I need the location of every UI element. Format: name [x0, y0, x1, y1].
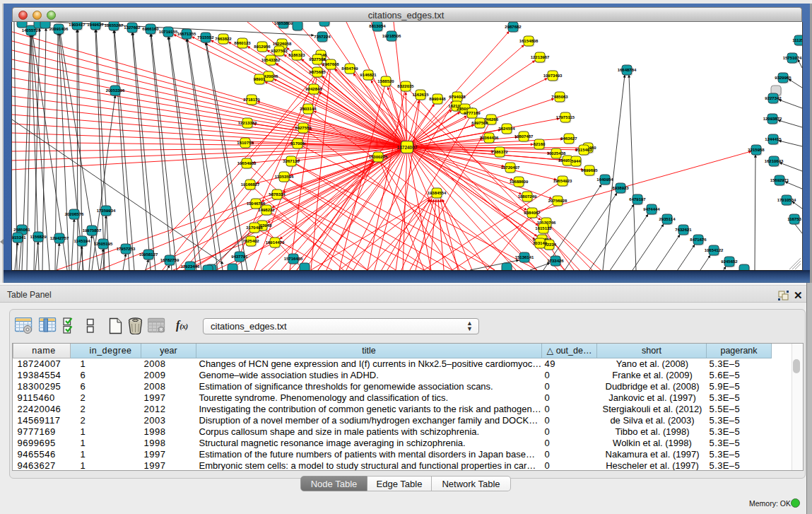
svg-text:116753: 116753	[787, 217, 801, 221]
svg-text:9146821: 9146821	[360, 73, 377, 77]
svg-text:9384067: 9384067	[524, 211, 541, 215]
svg-text:8660123: 8660123	[234, 41, 251, 45]
svg-text:9437791: 9437791	[231, 255, 248, 259]
svg-text:7386372: 7386372	[491, 150, 508, 154]
svg-text:12213967: 12213967	[531, 55, 550, 59]
svg-text:19166827: 19166827	[241, 182, 260, 187]
svg-text:9329965: 9329965	[775, 76, 792, 80]
svg-text:20091406: 20091406	[49, 27, 69, 31]
svg-text:10958127: 10958127	[139, 252, 158, 257]
svg-text:7663822: 7663822	[215, 37, 232, 41]
svg-text:12505195: 12505195	[94, 242, 113, 246]
svg-text:10655267: 10655267	[105, 23, 124, 28]
svg-text:17359934: 17359934	[97, 209, 116, 213]
svg-text:15300275: 15300275	[369, 155, 388, 159]
svg-text:8427552: 8427552	[295, 126, 312, 130]
svg-text:16914479: 16914479	[266, 240, 285, 245]
svg-text:9875685: 9875685	[309, 70, 326, 74]
svg-text:1145194: 1145194	[73, 239, 90, 243]
svg-text:7357224: 7357224	[314, 35, 331, 39]
svg-text:3624554: 3624554	[498, 127, 515, 131]
svg-text:17957253: 17957253	[117, 247, 136, 251]
svg-text:1615132: 1615132	[535, 226, 552, 230]
svg-text:18807249: 18807249	[518, 194, 537, 199]
svg-text:9463627: 9463627	[560, 136, 577, 141]
svg-text:1588520: 1588520	[377, 79, 394, 83]
svg-text:8322035: 8322035	[397, 84, 414, 88]
svg-text:7515552: 7515552	[197, 35, 214, 40]
svg-text:3267130: 3267130	[283, 159, 300, 163]
svg-text:15751074: 15751074	[783, 56, 802, 60]
svg-text:12942757: 12942757	[50, 236, 69, 240]
svg-text:98901: 98901	[254, 77, 266, 81]
svg-text:8912956: 8912956	[254, 45, 271, 49]
svg-text:20053396: 20053396	[106, 88, 125, 93]
svg-text:7485063: 7485063	[551, 95, 568, 99]
svg-text:8186323: 8186323	[288, 53, 305, 57]
svg-text:9242848: 9242848	[305, 87, 322, 91]
svg-text:10807487: 10807487	[514, 134, 534, 139]
svg-text:1327602: 1327602	[124, 25, 141, 30]
svg-text:1640954: 1640954	[596, 177, 613, 182]
svg-text:111256: 111256	[792, 38, 802, 42]
svg-text:2585061: 2585061	[13, 228, 30, 232]
svg-text:9474444: 9474444	[643, 207, 660, 211]
svg-text:19654923: 19654923	[553, 179, 572, 183]
svg-text:9777169: 9777169	[464, 111, 481, 115]
svg-text:2115403: 2115403	[575, 148, 592, 152]
svg-text:7625402: 7625402	[242, 239, 259, 243]
svg-text:1610755: 1610755	[237, 141, 254, 145]
svg-text:8471676: 8471676	[690, 238, 707, 242]
svg-text:6479197: 6479197	[629, 197, 646, 201]
svg-text:20756928: 20756928	[548, 199, 567, 203]
svg-text:8813054: 8813054	[369, 24, 386, 28]
svg-text:16210643: 16210643	[765, 159, 784, 163]
svg-text:19218506: 19218506	[382, 34, 401, 38]
svg-text:15226058: 15226058	[273, 42, 292, 46]
svg-text:1903417: 1903417	[69, 23, 86, 27]
svg-text:2718170: 2718170	[243, 98, 260, 102]
svg-text:817006: 817006	[290, 141, 305, 146]
svg-text:7632621: 7632621	[675, 228, 692, 232]
svg-text:62160: 62160	[534, 142, 546, 146]
svg-text:13353594: 13353594	[275, 175, 294, 179]
svg-text:19975857: 19975857	[83, 228, 102, 233]
svg-text:16053809: 16053809	[274, 22, 293, 25]
svg-text:6497508: 6497508	[471, 121, 488, 125]
svg-text:12093872: 12093872	[763, 117, 782, 121]
svg-text:9327503: 9327503	[271, 49, 288, 53]
svg-text:6794028: 6794028	[449, 95, 466, 99]
svg-text:15720407: 15720407	[501, 165, 520, 170]
svg-text:10543362: 10543362	[261, 58, 281, 62]
svg-text:1244415: 1244415	[765, 137, 782, 141]
svg-text:1162615: 1162615	[412, 93, 429, 97]
svg-text:8938923: 8938923	[612, 186, 629, 190]
svg-text:10719155: 10719155	[159, 30, 178, 34]
svg-text:16782759: 16782759	[160, 258, 180, 262]
svg-text:5878334: 5878334	[269, 192, 286, 197]
svg-text:9245652: 9245652	[721, 259, 738, 264]
svg-text:16154808: 16154808	[519, 39, 539, 43]
svg-text:5944: 5944	[571, 159, 581, 163]
svg-text:8990448: 8990448	[429, 97, 446, 101]
svg-text:15136141: 15136141	[515, 255, 534, 259]
svg-text:3170498: 3170498	[246, 226, 263, 230]
svg-text:17010534: 17010534	[777, 198, 796, 202]
svg-text:6966160: 6966160	[142, 27, 159, 31]
svg-text:1498222: 1498222	[258, 208, 275, 212]
svg-text:2967608: 2967608	[322, 62, 339, 66]
svg-text:9327508: 9327508	[309, 57, 326, 62]
svg-text:15716485: 15716485	[284, 257, 303, 261]
svg-text:1156829: 1156829	[30, 235, 47, 239]
svg-text:3215958: 3215958	[748, 148, 765, 152]
svg-text:8454749: 8454749	[341, 66, 358, 71]
svg-text:20364436: 20364436	[480, 136, 499, 140]
svg-text:1733426: 1733426	[547, 259, 564, 263]
svg-text:2935114: 2935114	[659, 217, 676, 221]
svg-text:1049637: 1049637	[87, 23, 104, 27]
svg-text:10654122: 10654122	[705, 248, 724, 252]
svg-text:16648784: 16648784	[618, 68, 637, 72]
svg-text:19654983: 19654983	[237, 161, 257, 165]
svg-text:15692971: 15692971	[770, 178, 789, 182]
svg-text:10025438: 10025438	[547, 151, 566, 156]
